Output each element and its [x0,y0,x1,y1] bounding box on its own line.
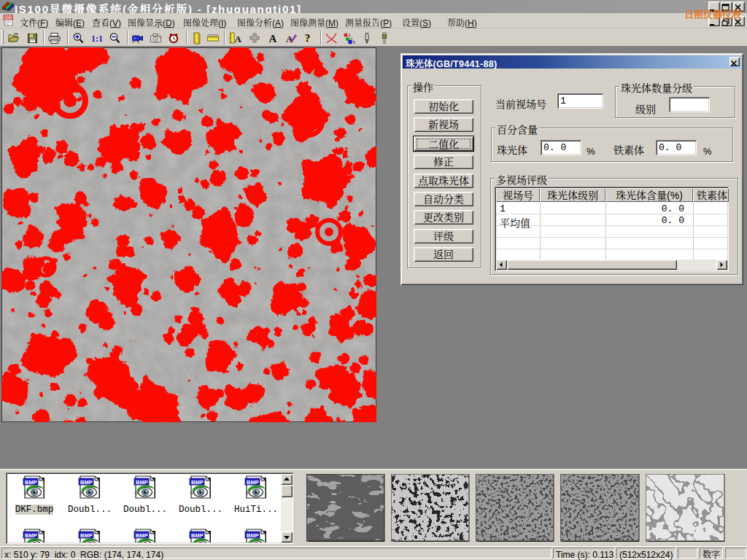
svg-text:A: A [286,34,293,44]
svg-text:1:1: 1:1 [91,34,103,44]
svg-text:?: ? [305,32,311,44]
svg-text:DOC: DOC [4,15,13,20]
svg-text:A: A [269,33,277,44]
svg-text:3: 3 [353,40,356,44]
svg-text:A: A [235,34,242,44]
